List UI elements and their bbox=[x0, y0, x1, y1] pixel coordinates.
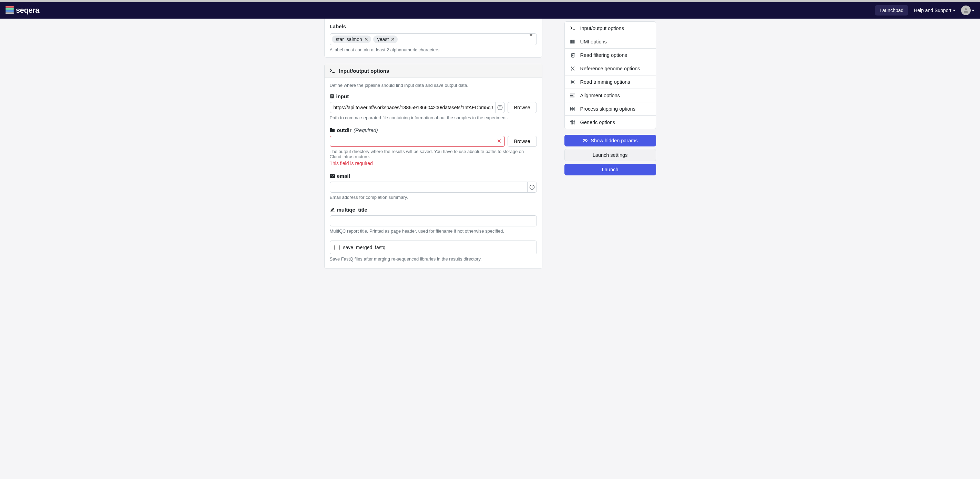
svg-point-0 bbox=[965, 8, 967, 10]
label-tag: star_salmon ✕ bbox=[332, 35, 371, 43]
input-label: input bbox=[336, 93, 349, 99]
sidebar-item-umi-options[interactable]: UMI options bbox=[565, 35, 656, 49]
terminal-icon bbox=[330, 68, 335, 73]
sidebar-item-read-trimming[interactable]: Read trimming options bbox=[565, 75, 656, 89]
sidebar-item-read-filtering[interactable]: Read filtering options bbox=[565, 49, 656, 62]
svg-rect-31 bbox=[573, 121, 575, 123]
save-merged-fastq-checkbox-box[interactable]: save_merged_fastq bbox=[330, 240, 537, 254]
remove-tag-icon[interactable]: ✕ bbox=[364, 37, 368, 42]
align-icon bbox=[570, 93, 576, 98]
logo[interactable]: seqera bbox=[5, 6, 39, 15]
email-label: email bbox=[337, 173, 350, 179]
sidebar-item-generic[interactable]: Generic options bbox=[565, 116, 656, 129]
save-merged-fastq-checkbox[interactable] bbox=[334, 245, 340, 250]
launch-settings-button[interactable]: Launch settings bbox=[565, 149, 656, 161]
settings-icon bbox=[570, 120, 576, 125]
browse-button[interactable]: Browse bbox=[508, 136, 537, 147]
save-merged-fastq-helper: Save FastQ files after merging re-sequen… bbox=[330, 256, 537, 261]
logo-icon bbox=[5, 6, 14, 14]
logo-text: seqera bbox=[16, 6, 39, 15]
svg-rect-14 bbox=[572, 40, 573, 44]
info-icon[interactable] bbox=[527, 181, 537, 193]
labels-input[interactable]: star_salmon ✕ yeast ✕ bbox=[330, 33, 537, 45]
multiqc-title-field-group: multiqc_title MultiQC report title. Prin… bbox=[330, 207, 537, 234]
help-support-link[interactable]: Help and Support bbox=[914, 8, 956, 13]
svg-rect-28 bbox=[572, 120, 573, 124]
outdir-helper: The output directory where the results w… bbox=[330, 149, 537, 159]
svg-rect-3 bbox=[331, 96, 333, 97]
svg-rect-2 bbox=[331, 95, 333, 95]
input-field-group: input Browse Path to comma-separated fil… bbox=[330, 93, 537, 120]
outdir-field[interactable] bbox=[330, 136, 505, 147]
save-merged-fastq-field-group: save_merged_fastq Save FastQ files after… bbox=[330, 240, 537, 261]
io-section-header: Input/output options bbox=[325, 64, 542, 78]
user-menu[interactable] bbox=[961, 5, 975, 15]
remove-tag-icon[interactable]: ✕ bbox=[391, 37, 395, 42]
svg-rect-13 bbox=[571, 40, 572, 44]
label-tag: yeast ✕ bbox=[373, 35, 398, 43]
dna-icon bbox=[570, 66, 576, 71]
outdir-label: outdir bbox=[337, 127, 352, 133]
multiqc-title-field[interactable] bbox=[330, 215, 537, 226]
chevron-down-icon bbox=[953, 10, 956, 11]
edit-icon bbox=[330, 207, 335, 212]
launchpad-button[interactable]: Launchpad bbox=[875, 5, 908, 16]
launch-button[interactable]: Launch bbox=[565, 164, 656, 175]
email-field[interactable] bbox=[330, 181, 537, 193]
barcode-icon bbox=[570, 39, 576, 45]
scissors-icon bbox=[570, 80, 576, 85]
required-text: (Required) bbox=[353, 127, 378, 133]
show-hidden-params-button[interactable]: Show hidden params bbox=[565, 135, 656, 146]
skip-icon bbox=[570, 107, 576, 111]
email-helper: Email address for completion summary. bbox=[330, 195, 537, 200]
file-icon bbox=[330, 94, 334, 99]
save-merged-fastq-label: save_merged_fastq bbox=[343, 245, 386, 250]
sidebar-item-reference-genome[interactable]: Reference genome options bbox=[565, 62, 656, 75]
multiqc-title-helper: MultiQC report title. Printed as page he… bbox=[330, 229, 537, 234]
svg-rect-8 bbox=[330, 174, 335, 178]
trash-icon bbox=[570, 53, 576, 58]
svg-point-7 bbox=[500, 106, 500, 107]
svg-rect-25 bbox=[570, 97, 574, 97]
sidebar-nav: Input/output options UMI options Read fi… bbox=[565, 21, 656, 129]
input-helper: Path to comma-separated file containing … bbox=[330, 115, 537, 120]
terminal-icon bbox=[570, 26, 576, 31]
browse-button[interactable]: Browse bbox=[508, 102, 537, 113]
outdir-field-group: outdir (Required) ✕ Browse The output di… bbox=[330, 127, 537, 166]
sidebar-item-process-skipping[interactable]: Process skipping options bbox=[565, 102, 656, 116]
sidebar-item-alignment[interactable]: Alignment options bbox=[565, 89, 656, 102]
chevron-down-icon bbox=[972, 10, 975, 11]
svg-rect-24 bbox=[570, 95, 573, 96]
clear-icon[interactable]: ✕ bbox=[497, 138, 501, 144]
multiqc-title-label: multiqc_title bbox=[337, 207, 368, 213]
labels-helper: A label must contain at least 2 alphanum… bbox=[330, 47, 537, 53]
labels-card: Labels star_salmon ✕ yeast ✕ A label mus… bbox=[324, 19, 542, 57]
envelope-icon bbox=[330, 174, 335, 178]
svg-point-19 bbox=[571, 80, 572, 82]
svg-rect-16 bbox=[574, 40, 575, 44]
email-field-group: email Email address for completion summa… bbox=[330, 173, 537, 200]
header: seqera Launchpad Help and Support bbox=[0, 2, 980, 19]
info-icon[interactable] bbox=[495, 102, 505, 113]
dropdown-icon[interactable] bbox=[530, 36, 532, 42]
avatar-icon bbox=[961, 5, 971, 15]
io-section-desc: Define where the pipeline should find in… bbox=[330, 83, 537, 88]
svg-rect-27 bbox=[570, 121, 572, 122]
svg-rect-12 bbox=[570, 40, 571, 44]
input-field[interactable] bbox=[330, 102, 505, 113]
svg-rect-23 bbox=[570, 94, 575, 94]
svg-rect-15 bbox=[573, 40, 574, 44]
svg-point-20 bbox=[571, 83, 572, 84]
sidebar-item-io-options[interactable]: Input/output options bbox=[565, 22, 656, 35]
eye-slash-icon bbox=[582, 138, 588, 143]
svg-point-11 bbox=[532, 186, 532, 186]
svg-rect-29 bbox=[572, 123, 573, 124]
outdir-error: This field is required bbox=[330, 161, 537, 166]
io-options-card: Input/output options Define where the pi… bbox=[324, 64, 542, 269]
folder-icon bbox=[330, 128, 335, 132]
labels-title: Labels bbox=[330, 24, 537, 29]
